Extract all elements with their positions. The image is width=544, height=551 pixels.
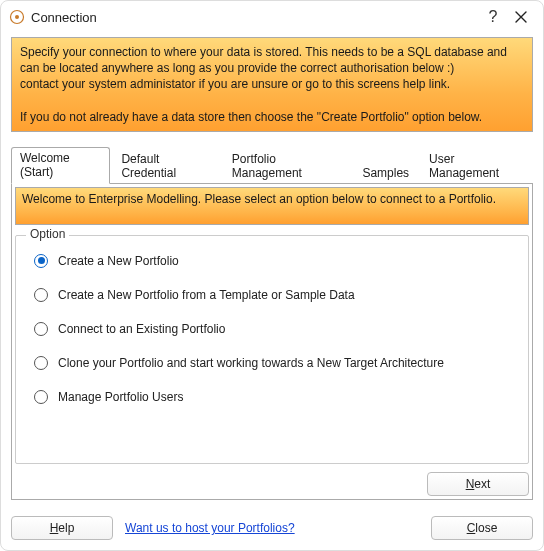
tab-samples[interactable]: Samples	[353, 162, 418, 184]
radio-icon	[34, 322, 48, 336]
info-box: Specify your connection to where your da…	[11, 37, 533, 132]
option-group: Option Create a New PortfolioCreate a Ne…	[15, 235, 529, 464]
tab-user-management[interactable]: User Management	[420, 148, 531, 184]
tab-panel-welcome: Welcome to Enterprise Modelling. Please …	[11, 183, 533, 500]
tab-welcome-start[interactable]: Welcome (Start)	[11, 147, 110, 184]
close-button[interactable]: Close	[431, 516, 533, 540]
option-radio-2[interactable]: Connect to an Existing Portfolio	[34, 322, 510, 336]
option-radio-0[interactable]: Create a New Portfolio	[34, 254, 510, 268]
radio-icon	[34, 254, 48, 268]
option-label: Manage Portfolio Users	[58, 390, 183, 404]
option-group-label: Option	[26, 227, 69, 241]
host-portfolios-link[interactable]: Want us to host your Portfolios?	[125, 521, 295, 535]
next-button[interactable]: Next	[427, 472, 529, 496]
window-title: Connection	[31, 10, 97, 25]
help-button[interactable]: Help	[11, 516, 113, 540]
option-radio-3[interactable]: Clone your Portfolio and start working t…	[34, 356, 510, 370]
tab-portfolio-management[interactable]: Portfolio Management	[223, 148, 352, 184]
radio-icon	[34, 356, 48, 370]
option-radio-1[interactable]: Create a New Portfolio from a Template o…	[34, 288, 510, 302]
option-label: Clone your Portfolio and start working t…	[58, 356, 444, 370]
app-icon	[9, 9, 25, 25]
option-label: Connect to an Existing Portfolio	[58, 322, 225, 336]
option-radio-4[interactable]: Manage Portfolio Users	[34, 390, 510, 404]
radio-icon	[34, 390, 48, 404]
option-label: Create a New Portfolio	[58, 254, 179, 268]
titlebar-close-button[interactable]	[507, 11, 535, 23]
svg-point-1	[15, 15, 19, 19]
welcome-banner: Welcome to Enterprise Modelling. Please …	[15, 187, 529, 225]
titlebar-help-button[interactable]: ?	[479, 8, 507, 26]
radio-icon	[34, 288, 48, 302]
tab-default-credential[interactable]: Default Credential	[112, 148, 220, 184]
option-label: Create a New Portfolio from a Template o…	[58, 288, 355, 302]
